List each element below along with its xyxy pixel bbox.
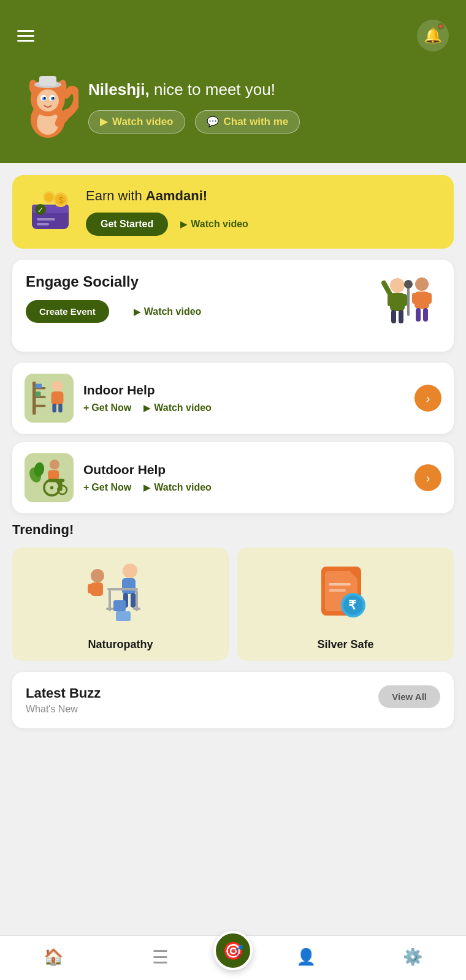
outdoor-watch-label: Watch video: [154, 482, 212, 493]
aamdani-watch-video[interactable]: ▶ Watch video: [180, 219, 248, 230]
svg-rect-39: [407, 285, 410, 316]
svg-rect-31: [399, 310, 403, 323]
outdoor-get-now-label: Get Now: [91, 482, 131, 493]
svg-rect-62: [107, 588, 138, 590]
trending-title: Trending!: [12, 522, 454, 538]
chevron-right-icon: ›: [426, 391, 430, 405]
outdoor-watch-video[interactable]: ▶ Watch video: [143, 482, 212, 493]
svg-rect-52: [48, 470, 59, 480]
list-icon: ☰: [152, 946, 169, 968]
plus-icon-outdoor: +: [83, 482, 89, 493]
hamburger-menu[interactable]: [17, 30, 34, 42]
watch-video-button[interactable]: ▶ Watch video: [88, 110, 185, 134]
aamdani-watch-label: Watch video: [191, 219, 248, 230]
aamdani-content: Earn with Aamdani! Get Started ▶ Watch v…: [86, 188, 439, 236]
svg-rect-29: [402, 294, 407, 306]
svg-point-54: [50, 486, 53, 489]
mascot-illustration: [17, 74, 78, 141]
silver-safe-label: Silver Safe: [317, 638, 373, 651]
svg-rect-71: [88, 584, 93, 594]
action-buttons: ▶ Watch video 💬 Chat with me: [88, 110, 449, 134]
indoor-watch-label: Watch video: [154, 402, 212, 413]
svg-rect-73: [116, 611, 131, 621]
indoor-help-title: Indoor Help: [83, 383, 405, 398]
indoor-help-item: Indoor Help + Get Now ▶ Watch video ›: [12, 363, 454, 434]
svg-point-51: [50, 459, 59, 469]
svg-text:$: $: [59, 196, 63, 205]
trending-item-naturopathy[interactable]: Naturopathy: [12, 548, 229, 661]
svg-rect-24: [37, 218, 55, 221]
engage-title: Engage Socially: [26, 273, 201, 290]
nav-list[interactable]: ☰: [107, 946, 213, 968]
play-icon-outdoor: ▶: [143, 483, 150, 492]
svg-rect-35: [412, 293, 417, 304]
indoor-help-thumbnail: [25, 374, 74, 423]
engage-watch-label: Watch video: [144, 306, 202, 317]
buzz-subtitle: What's New: [26, 704, 101, 715]
svg-rect-72: [113, 600, 126, 611]
svg-rect-42: [52, 391, 64, 405]
svg-rect-48: [36, 391, 41, 397]
outdoor-help-title: Outdoor Help: [83, 462, 405, 477]
aamdani-title: Earn with Aamdani!: [86, 188, 439, 204]
aamdani-actions: Get Started ▶ Watch video: [86, 213, 439, 236]
indoor-help-content: Indoor Help + Get Now ▶ Watch video: [83, 383, 405, 413]
watch-video-label: Watch video: [112, 116, 174, 128]
greeting-suffix: nice to meet you!: [154, 80, 275, 99]
get-started-button[interactable]: Get Started: [86, 213, 168, 236]
chat-with-me-button[interactable]: 💬 Chat with me: [195, 110, 300, 134]
latest-buzz-card: Latest Buzz What's New View All: [12, 672, 454, 728]
buzz-title: Latest Buzz: [26, 685, 101, 701]
naturopathy-illustration: [84, 557, 158, 631]
nav-home[interactable]: 🏠: [0, 948, 107, 967]
plus-icon-indoor: +: [83, 402, 89, 413]
notification-bell[interactable]: 🔔: [417, 20, 449, 51]
engage-watch-video[interactable]: ▶ Watch video: [134, 306, 202, 317]
svg-point-40: [404, 280, 413, 288]
greeting-text: Nileshji, nice to meet you!: [88, 80, 449, 100]
outdoor-get-now[interactable]: + Get Now: [83, 482, 131, 493]
bottom-navigation: 🏠 ☰ 🎯 👤 ⚙️: [0, 935, 466, 980]
svg-rect-37: [416, 308, 421, 322]
create-event-button[interactable]: Create Event: [26, 300, 109, 323]
buzz-title-area: Latest Buzz What's New: [26, 685, 101, 715]
svg-rect-25: [37, 223, 49, 225]
more-icon: ⚙️: [403, 948, 422, 967]
outdoor-help-content: Outdoor Help + Get Now ▶ Watch video: [83, 462, 405, 493]
silver-safe-illustration: ₹: [309, 557, 383, 631]
svg-rect-50: [58, 404, 62, 412]
indoor-get-now-label: Get Now: [91, 402, 131, 413]
indoor-watch-video[interactable]: ▶ Watch video: [143, 402, 212, 413]
engage-title-area: Engage Socially Create Event ▶ Watch vid…: [26, 273, 201, 323]
svg-rect-30: [391, 310, 396, 323]
svg-text:✓: ✓: [37, 206, 44, 214]
nav-center-button[interactable]: 🎯: [213, 931, 253, 970]
nav-more[interactable]: ⚙️: [359, 948, 466, 967]
chat-label: Chat with me: [224, 116, 289, 128]
engage-illustration: [379, 273, 440, 328]
outdoor-arrow-button[interactable]: ›: [414, 464, 441, 491]
engage-actions: Create Event ▶ Watch video: [26, 300, 201, 323]
center-nav-icon: 🎯: [223, 941, 244, 961]
svg-point-33: [415, 277, 429, 291]
svg-rect-47: [36, 384, 42, 388]
buzz-header: Latest Buzz What's New View All: [26, 685, 440, 715]
svg-rect-46: [32, 405, 46, 407]
indoor-arrow-button[interactable]: ›: [414, 385, 441, 412]
svg-rect-57: [59, 479, 62, 491]
outdoor-help-thumbnail: [25, 453, 74, 502]
svg-line-32: [384, 283, 390, 294]
svg-rect-78: [329, 589, 346, 592]
play-icon-indoor: ▶: [143, 403, 150, 413]
svg-rect-13: [39, 76, 56, 86]
view-all-button[interactable]: View All: [378, 685, 440, 708]
chevron-right-icon-outdoor: ›: [426, 471, 430, 485]
indoor-get-now[interactable]: + Get Now: [83, 402, 131, 413]
svg-point-9: [53, 97, 55, 99]
nav-account[interactable]: 👤: [253, 948, 359, 967]
svg-rect-68: [131, 593, 136, 608]
trending-item-silver-safe[interactable]: ₹ Silver Safe: [237, 548, 454, 661]
svg-rect-38: [423, 308, 428, 322]
svg-point-8: [44, 97, 46, 99]
aamdani-bold: Aamdani!: [146, 188, 207, 203]
